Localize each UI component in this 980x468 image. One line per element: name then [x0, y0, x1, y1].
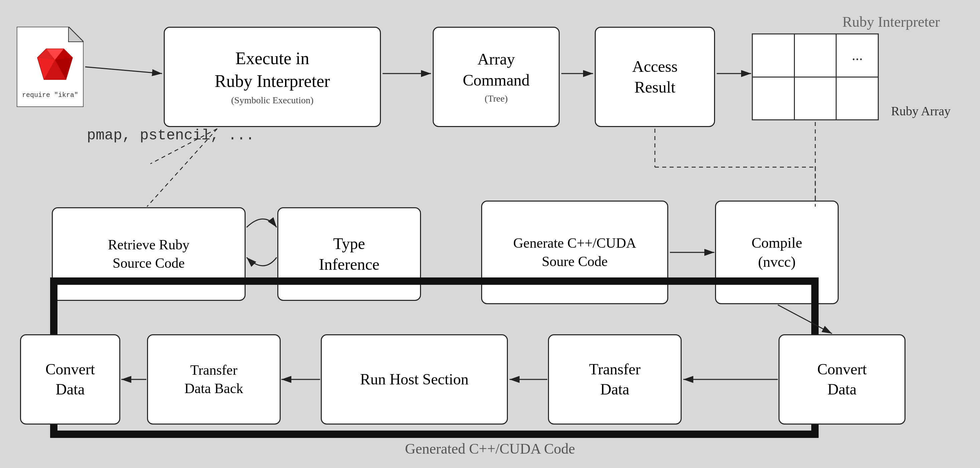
- convert-data-left-box: Convert Data: [20, 334, 120, 425]
- array-command-box: Array Command (Tree): [433, 27, 560, 127]
- generated-cpp-label: Generated C++/CUDA Code: [405, 440, 575, 457]
- svg-marker-1: [68, 27, 84, 42]
- ruby-file-icon: require "ikra": [17, 27, 84, 107]
- transfer-data-box: Transfer Data: [548, 334, 682, 425]
- ruby-interpreter-label: Ruby Interpreter: [842, 13, 940, 30]
- ruby-array-label: Ruby Array: [891, 103, 951, 118]
- svg-line-12: [85, 67, 162, 73]
- svg-text:require "ikra": require "ikra": [22, 91, 78, 99]
- execute-box: Execute in Ruby Interpreter (Symbolic Ex…: [164, 27, 381, 127]
- transfer-data-back-box: Transfer Data Back: [147, 334, 281, 425]
- pmap-text: pmap, pstencil, ...: [87, 127, 255, 144]
- run-host-section-box: Run Host Section: [321, 334, 508, 425]
- diagram-container: Ruby Interpreter require "ikra" pmap, ps…: [0, 0, 980, 468]
- convert-data-right-box: Convert Data: [778, 334, 905, 425]
- ruby-array-box: ...: [752, 33, 879, 120]
- access-result-box: Access Result: [595, 27, 715, 127]
